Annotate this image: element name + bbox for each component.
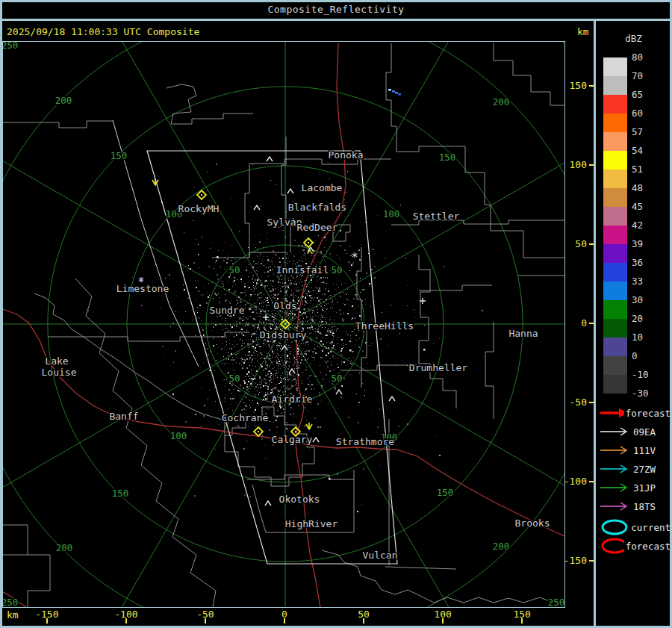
- boundary-line: [419, 255, 456, 408]
- legend-item-label: forecast: [626, 541, 671, 552]
- colorbar-block: [603, 188, 627, 207]
- city-label: Strathmore: [336, 436, 394, 447]
- boundary-line: [322, 550, 564, 603]
- radar-app-window: { "window": { "title": "Composite_Reflec…: [0, 0, 672, 628]
- colorbar-title: dBZ: [597, 33, 670, 44]
- dot-marker-icon: [349, 349, 352, 352]
- star-marker-icon: *: [351, 251, 358, 264]
- x-axis-tick: [284, 618, 285, 624]
- boundary-line: [3, 525, 28, 555]
- city-label: Cochrane: [222, 412, 269, 423]
- colorbar-block: [603, 57, 627, 76]
- colorbar-label: 57: [632, 126, 669, 137]
- city-label: Hanna: [508, 328, 538, 339]
- timestamp-label: 2025/09/18 11:00:33 UTC Composite: [7, 26, 199, 37]
- radar-map[interactable]: **25020015010050501001502005010015020025…: [2, 41, 565, 608]
- plus-marker-icon: [263, 314, 269, 320]
- ring-distance-label: 250: [3, 42, 18, 51]
- colorbar-block: [603, 375, 627, 394]
- storm-cell-caret-icon: [254, 205, 260, 210]
- ring-distance-label: 250: [3, 597, 18, 607]
- boundary-line: [485, 322, 494, 419]
- colorbar-block: [603, 356, 627, 375]
- panel-divider: [594, 21, 596, 628]
- x-axis-tick: [205, 618, 206, 624]
- city-label: HighRiver: [285, 518, 338, 529]
- ring-distance-label: 200: [493, 96, 510, 108]
- boundary-line: [249, 159, 391, 164]
- colorbar-block: [603, 95, 627, 114]
- colorbar-block: [603, 300, 627, 319]
- legend-item: 18TS: [599, 498, 671, 514]
- colorbar-block: [603, 76, 627, 95]
- top-axis-unit-label: km: [577, 26, 589, 37]
- storm-cell-caret-icon: [289, 369, 295, 373]
- colorbar-label: 80: [632, 52, 669, 63]
- colorbar-block: [603, 114, 627, 132]
- city-label: Banff: [109, 411, 138, 422]
- colorbar-label: 51: [632, 164, 669, 175]
- title-bar: Composite_Reflectivity: [0, 0, 672, 21]
- colorbar-label: 65: [632, 89, 669, 100]
- colorbar-block: [603, 282, 627, 300]
- legend-item-label: 18TS: [633, 501, 656, 512]
- city-label: Drumheller: [409, 362, 467, 373]
- boundary-line: [465, 146, 564, 258]
- ring-distance-label: 150: [439, 152, 456, 163]
- colorbar-label: 20: [632, 313, 669, 324]
- colorbar-label: 0: [632, 350, 669, 361]
- storm-cell-caret-icon: [287, 189, 293, 193]
- x-axis-tick: [125, 618, 127, 624]
- y-axis-label: -50: [553, 397, 587, 408]
- storm-cell-caret-icon: [313, 438, 319, 442]
- ring-distance-label: 50: [228, 264, 240, 276]
- boundary-line: [252, 485, 266, 532]
- radar-map-canvas[interactable]: **25020015010050501001502005010015020025…: [3, 42, 564, 607]
- range-spoke-line: [285, 324, 564, 548]
- y-axis-label: 50: [553, 238, 587, 249]
- colorbar-block: [603, 170, 627, 188]
- x-axis-tick: [521, 618, 523, 624]
- dot-marker-icon: [423, 349, 426, 351]
- colorbar-block: [603, 151, 627, 170]
- legend-arrow-icon: [599, 404, 624, 422]
- ring-distance-label: 100: [383, 208, 400, 220]
- storm-cell-caret-icon: [336, 390, 342, 394]
- ring-distance-label: 200: [493, 541, 510, 552]
- y-axis-label: 0: [553, 317, 587, 329]
- legend-item: 27ZW: [599, 461, 671, 477]
- legend-arrow-icon: [599, 441, 632, 459]
- legend-arrow-icon: [599, 497, 632, 515]
- y-axis-label: 150: [553, 80, 587, 91]
- ring-distance-label: 100: [170, 430, 187, 441]
- ring-distance-label: 150: [111, 150, 128, 161]
- legend-item-label: forecast: [626, 408, 671, 419]
- boundary-line: [28, 555, 50, 607]
- ring-distance-label: 50: [228, 373, 240, 384]
- city-label: Sundre: [210, 305, 245, 316]
- colorbar-block: [603, 263, 627, 282]
- colorbar-block: [603, 132, 627, 151]
- city-label: Olds: [273, 300, 296, 311]
- boundary-line: [385, 567, 456, 569]
- legend-item: 31JP: [599, 479, 671, 496]
- legend-arrow-icon: [599, 479, 632, 497]
- legend-item-label: 31JP: [633, 482, 656, 494]
- storm-track-dot-icon: [395, 92, 398, 94]
- ring-distance-label: 50: [331, 264, 342, 276]
- legend-item: forecast: [599, 538, 671, 554]
- legend-ellipse-icon: [599, 518, 629, 536]
- boundary-line: [386, 43, 465, 152]
- city-label: Airdrie: [272, 394, 313, 405]
- dot-marker-icon: [329, 478, 331, 480]
- storm-track-dot-icon: [388, 89, 391, 91]
- city-label: Limestone: [116, 283, 169, 294]
- colorbar-label: 30: [632, 294, 669, 305]
- city-label: RedDeer: [297, 222, 338, 233]
- colorbar-label: 45: [632, 201, 669, 212]
- ring-distance-label: 50: [331, 373, 342, 384]
- city-label: Calgary: [272, 434, 313, 445]
- colorbar-label: 39: [632, 238, 669, 249]
- ring-distance-label: 250: [548, 597, 564, 607]
- colorbar-block: [603, 338, 627, 356]
